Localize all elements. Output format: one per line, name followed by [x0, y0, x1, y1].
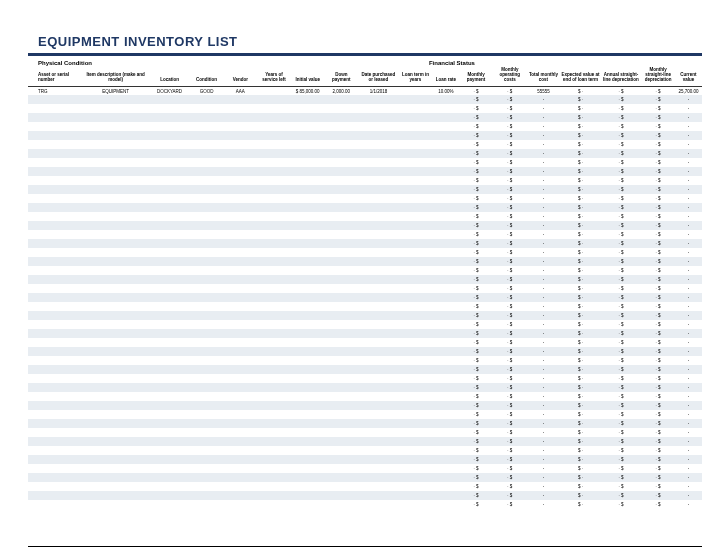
table-cell: · $	[493, 437, 527, 446]
table-cell: $ ·	[560, 428, 600, 437]
table-cell	[190, 446, 224, 455]
table-cell	[399, 86, 433, 95]
table-cell	[28, 464, 82, 473]
table-cell	[358, 401, 398, 410]
table-cell	[149, 230, 189, 239]
table-cell	[358, 311, 398, 320]
table-cell: · $	[493, 230, 527, 239]
table-cell: -	[675, 131, 702, 140]
table-cell	[291, 464, 325, 473]
table-cell	[432, 275, 459, 284]
table-cell	[223, 212, 257, 221]
table-cell	[223, 446, 257, 455]
table-cell: -	[675, 365, 702, 374]
table-cell	[325, 437, 359, 446]
table-cell	[82, 104, 149, 113]
table-cell	[257, 356, 291, 365]
table-cell: · $	[459, 338, 493, 347]
col-header: Asset or serial number	[28, 66, 82, 86]
table-cell	[399, 446, 433, 455]
table-cell: · $	[641, 356, 675, 365]
table-cell	[358, 428, 398, 437]
table-cell	[149, 131, 189, 140]
col-header: Monthly payment	[459, 66, 493, 86]
table-cell	[358, 230, 398, 239]
table-cell: · $	[459, 113, 493, 122]
table-cell	[325, 293, 359, 302]
table-cell	[399, 104, 433, 113]
table-row: · $· $-$ ·· $· $-	[28, 419, 702, 428]
table-cell	[432, 446, 459, 455]
table-cell	[432, 149, 459, 158]
table-cell	[358, 149, 398, 158]
table-cell	[432, 248, 459, 257]
table-cell	[257, 446, 291, 455]
table-cell: $ ·	[560, 365, 600, 374]
table-cell	[82, 338, 149, 347]
table-cell	[399, 230, 433, 239]
table-cell	[257, 437, 291, 446]
table-row: · $· $-$ ·· $· $-	[28, 383, 702, 392]
table-cell: · $	[641, 419, 675, 428]
table-cell: $ ·	[560, 257, 600, 266]
table-row: · $· $-$ ·· $· $-	[28, 302, 702, 311]
table-cell: -	[675, 482, 702, 491]
table-cell: · $	[459, 410, 493, 419]
table-cell	[149, 365, 189, 374]
table-cell: · $	[641, 194, 675, 203]
table-cell: · $	[493, 365, 527, 374]
table-cell	[190, 482, 224, 491]
table-cell: $ ·	[560, 185, 600, 194]
table-cell: $ ·	[560, 419, 600, 428]
table-cell	[432, 230, 459, 239]
table-cell: · $	[601, 491, 641, 500]
table-cell	[432, 419, 459, 428]
table-cell	[28, 329, 82, 338]
table-cell	[358, 167, 398, 176]
col-header: Annual straight-line depreciation	[601, 66, 641, 86]
table-cell	[28, 347, 82, 356]
table-cell	[325, 455, 359, 464]
table-cell	[399, 320, 433, 329]
table-cell	[358, 95, 398, 104]
table-cell: · $	[493, 131, 527, 140]
table-cell: · $	[601, 194, 641, 203]
table-cell	[432, 239, 459, 248]
table-cell	[399, 491, 433, 500]
table-cell: · $	[493, 257, 527, 266]
table-cell: · $	[601, 140, 641, 149]
table-cell	[325, 248, 359, 257]
table-cell	[432, 320, 459, 329]
table-cell	[358, 248, 398, 257]
table-cell	[223, 203, 257, 212]
table-cell	[82, 266, 149, 275]
table-cell: -	[527, 473, 561, 482]
table-cell	[432, 185, 459, 194]
table-cell: · $	[493, 95, 527, 104]
table-cell	[399, 266, 433, 275]
table-cell: -	[527, 392, 561, 401]
table-cell	[325, 221, 359, 230]
table-cell	[291, 293, 325, 302]
col-header: Loan term in years	[399, 66, 433, 86]
table-cell	[291, 302, 325, 311]
table-cell	[257, 140, 291, 149]
table-cell	[223, 392, 257, 401]
table-cell	[432, 113, 459, 122]
table-cell: · $	[641, 158, 675, 167]
table-cell	[190, 203, 224, 212]
table-cell: $ ·	[560, 131, 600, 140]
table-cell	[399, 338, 433, 347]
table-cell	[223, 176, 257, 185]
table-cell	[223, 410, 257, 419]
table-cell	[190, 302, 224, 311]
table-cell	[28, 131, 82, 140]
table-cell	[28, 320, 82, 329]
table-cell: -	[675, 257, 702, 266]
table-cell: -	[527, 185, 561, 194]
table-cell	[399, 221, 433, 230]
table-row: · $· $-$ ·· $· $-	[28, 455, 702, 464]
table-cell	[432, 104, 459, 113]
table-cell	[432, 266, 459, 275]
table-cell	[432, 428, 459, 437]
